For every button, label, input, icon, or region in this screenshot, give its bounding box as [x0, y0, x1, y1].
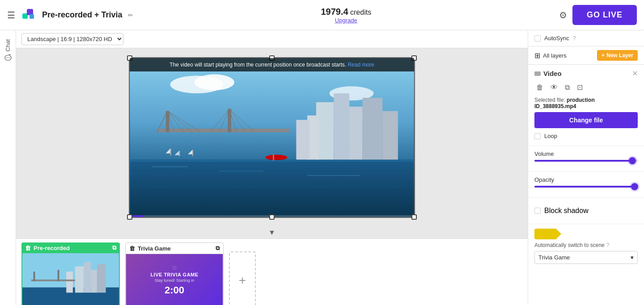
- svg-rect-1: [27, 9, 33, 15]
- volume-section: Volume: [528, 146, 644, 172]
- autosync-row: AutoSync ?: [528, 30, 644, 46]
- more-options-button[interactable]: ⊡: [575, 81, 585, 93]
- chat-label: Chat: [4, 39, 11, 51]
- thumb-city-svg: [22, 253, 119, 305]
- switch-label-text: Automatically switch to scene: [534, 242, 605, 248]
- trash-icon[interactable]: 🗑: [25, 245, 31, 251]
- autosync-checkbox[interactable]: [534, 35, 541, 42]
- svg-rect-40: [219, 171, 263, 171]
- edit-icon[interactable]: ✏: [128, 12, 133, 19]
- go-live-button[interactable]: GO LIVE: [572, 5, 637, 25]
- opacity-section: Opacity: [528, 172, 644, 198]
- autosync-help-icon[interactable]: ?: [573, 35, 576, 42]
- handle-bottom-right[interactable]: [411, 214, 417, 220]
- svg-rect-2: [30, 14, 34, 19]
- layers-row: ⊞ All layers + New Layer: [528, 46, 644, 65]
- copy-scene-icon[interactable]: ⧉: [112, 244, 116, 251]
- svg-rect-33: [170, 149, 171, 156]
- svg-rect-4: [131, 159, 414, 217]
- collapse-button[interactable]: ▼: [16, 227, 528, 238]
- svg-rect-29: [131, 173, 414, 173]
- switch-scene-select[interactable]: Trivia Game ▾: [534, 251, 638, 264]
- credits-label: credits: [350, 8, 371, 16]
- opacity-fill: [534, 186, 635, 188]
- scene-header-trivia[interactable]: 🗑 Trivia Game ⧉: [125, 242, 224, 254]
- new-layer-label: New Layer: [606, 52, 633, 58]
- svg-rect-32: [273, 155, 274, 161]
- copy-trivia-icon[interactable]: ⧉: [216, 245, 220, 252]
- change-file-button[interactable]: Change file: [534, 112, 638, 128]
- opacity-slider-track[interactable]: [534, 186, 638, 188]
- block-shadow-row: Block shadow: [534, 202, 638, 219]
- chat-tab[interactable]: 💬 Chat: [1, 34, 15, 67]
- autosync-label: AutoSync: [544, 35, 569, 42]
- close-layer-icon[interactable]: ✕: [632, 69, 638, 78]
- scene-label-pre-recorded: Pre-recorded: [34, 245, 70, 251]
- switch-scene-value: Trivia Game: [538, 254, 570, 261]
- video-title-text: Video: [543, 70, 562, 77]
- trash-icon-trivia[interactable]: 🗑: [129, 245, 135, 252]
- video-layer-icon: [534, 71, 541, 76]
- arrow-head: [556, 229, 561, 239]
- video-layer-title: Video: [534, 70, 562, 77]
- add-scene-button[interactable]: +: [229, 251, 256, 305]
- new-layer-button[interactable]: + New Layer: [597, 50, 638, 61]
- scene-thumb-city: [22, 253, 119, 305]
- block-shadow-section: Block shadow: [528, 198, 644, 224]
- chat-icon: 💬: [4, 54, 11, 61]
- chat-sidebar: 💬 Chat: [0, 30, 16, 305]
- trivia-logo: ⬡: [173, 265, 177, 270]
- svg-rect-49: [31, 280, 75, 281]
- switch-help-icon[interactable]: ?: [606, 242, 610, 248]
- notice-text: The video will start playing from the cu…: [169, 62, 346, 68]
- arrow-graphic: [534, 229, 638, 239]
- credits-amount: 1979.4: [321, 7, 348, 17]
- header-left: ☰ Pre-recorded + Trivia ✏: [7, 7, 133, 23]
- svg-rect-47: [97, 264, 106, 293]
- block-shadow-label: Block shadow: [544, 207, 589, 215]
- svg-point-6: [195, 75, 234, 91]
- all-layers-label: All layers: [543, 52, 567, 59]
- volume-thumb[interactable]: [629, 157, 636, 164]
- loop-checkbox[interactable]: [534, 133, 541, 139]
- project-title: Pre-recorded + Trivia: [42, 10, 123, 20]
- canvas-video: The video will start playing from the cu…: [129, 57, 415, 218]
- volume-slider-track[interactable]: [534, 160, 638, 162]
- handle-bottom-middle[interactable]: [269, 214, 275, 220]
- upgrade-link[interactable]: Upgrade: [335, 17, 357, 24]
- scene-thumb-trivia[interactable]: ⬡ LIVE TRIVIA GAME Stay tuned! Starting …: [125, 254, 224, 305]
- header-right: ⚙ GO LIVE: [559, 5, 637, 25]
- trivia-timer: 2:00: [165, 284, 184, 296]
- svg-point-31: [265, 155, 287, 160]
- svg-rect-25: [382, 111, 398, 160]
- svg-rect-24: [363, 98, 383, 159]
- all-layers-button[interactable]: ⊞ All layers: [534, 51, 567, 60]
- svg-rect-51: [58, 270, 59, 281]
- notice-link[interactable]: Read more: [347, 62, 374, 68]
- scene-card-pre-recorded: 🗑 Pre-recorded ⧉: [21, 242, 120, 305]
- scene-header-pre-recorded[interactable]: 🗑 Pre-recorded ⧉: [21, 242, 120, 253]
- selected-file-label: Selected file:: [534, 97, 565, 103]
- video-notice: The video will start playing from the cu…: [130, 58, 414, 71]
- resolution-select[interactable]: Landscape | 16:9 | 1280x720 HD: [21, 33, 123, 45]
- settings-icon[interactable]: ⚙: [559, 10, 567, 21]
- svg-rect-23: [349, 107, 363, 160]
- scene-thumb-pre-recorded[interactable]: [21, 253, 120, 305]
- canvas-area: Landscape | 16:9 | 1280x720 HD The video…: [16, 30, 528, 305]
- scene-card-trivia: 🗑 Trivia Game ⧉ ⬡ LIVE TRIVIA GAME Stay …: [125, 242, 224, 305]
- scene-label-trivia: Trivia Game: [138, 245, 171, 252]
- loop-row: Loop: [534, 133, 638, 139]
- svg-rect-22: [334, 93, 349, 159]
- delete-layer-button[interactable]: 🗑: [534, 81, 545, 93]
- arrow-tail: [534, 229, 556, 239]
- duplicate-layer-button[interactable]: ⧉: [563, 81, 572, 93]
- block-shadow-checkbox[interactable]: [534, 208, 541, 214]
- logo-icon: [21, 7, 37, 23]
- menu-icon[interactable]: ☰: [7, 10, 15, 21]
- handle-bottom-left[interactable]: [127, 214, 132, 220]
- hide-layer-button[interactable]: 👁: [549, 81, 559, 93]
- scenes-area: 🗑 Pre-recorded ⧉: [16, 238, 528, 305]
- svg-rect-21: [316, 102, 334, 160]
- opacity-thumb[interactable]: [631, 183, 638, 190]
- chevron-down-icon-select: ▾: [631, 254, 634, 261]
